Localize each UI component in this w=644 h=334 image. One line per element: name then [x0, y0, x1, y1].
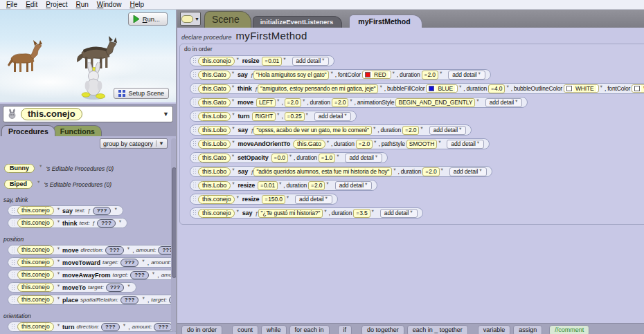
procedure-tile-moveawayfrom[interactable]: this.conejo▼moveAwayFromtarget:???▼, amo… [8, 270, 176, 280]
object-pill[interactable]: this.Lobo [198, 126, 231, 135]
object-argument[interactable]: this.Gato▼ [198, 84, 235, 93]
flow-tile-comment[interactable]: //comment [549, 325, 589, 334]
object-selector[interactable]: this.conejo ▼ [3, 106, 173, 122]
object-pill[interactable]: this.Gato [198, 98, 231, 107]
color-argument[interactable]: WHITE▼ [632, 84, 644, 93]
flow-tile-for-each-in[interactable]: for each in [289, 325, 330, 334]
param-placeholder[interactable]: ??? [105, 246, 124, 254]
statement-row[interactable]: this.Lobo▼turnRIGHT▼, ≡0.25▼add detail▼ [190, 111, 357, 122]
object-pill[interactable]: this.conejo [17, 270, 54, 279]
add-detail-button[interactable]: add detail▼ [380, 209, 418, 218]
number-argument[interactable]: ≡2.0▼ [332, 98, 353, 107]
flow-tile-do-in-order[interactable]: do in order [181, 325, 222, 334]
bunny-figure[interactable] [79, 62, 109, 101]
number-argument[interactable]: ≡2.0▼ [356, 140, 377, 149]
statement-row[interactable]: this.Gato▼moveLEFT▼, ≡2.0▼, duration≡2.0… [190, 97, 528, 108]
add-detail-button[interactable]: add detail▼ [485, 98, 523, 107]
object-pill[interactable]: this.conejo [17, 258, 54, 267]
object-pill[interactable]: this.conejo [198, 209, 235, 218]
object-argument[interactable]: this.conejo▼ [198, 195, 240, 204]
tab-scene[interactable]: Scene [204, 11, 251, 28]
flow-tile-each-in-together[interactable]: each in _ together [407, 325, 468, 334]
param-placeholder[interactable]: ??? [106, 284, 125, 292]
menu-item-run[interactable]: Run [71, 1, 92, 8]
object-argument[interactable]: this.Gato▼ [198, 154, 235, 163]
statement-row[interactable]: this.conejo▼resize≡150.0▼add detail▼ [190, 194, 338, 205]
scene-object-dropdown[interactable]: ▼ [180, 12, 201, 26]
statement-row[interactable]: this.Gato▼thinkƒ"amiguitos, estoy pensan… [190, 83, 644, 94]
object-argument[interactable]: this.Lobo▼ [198, 167, 235, 176]
number-argument[interactable]: ≡2.0▼ [402, 126, 424, 135]
statement-row[interactable]: this.Lobo▼moveAndOrientTothis.Gato▼, dur… [190, 138, 490, 149]
menu-item-help[interactable]: Help [125, 1, 148, 8]
object-pill[interactable]: this.conejo [17, 206, 54, 215]
object-argument[interactable]: this.Lobo▼ [198, 140, 235, 149]
object-pill[interactable]: this.Gato [293, 140, 325, 149]
object-pill[interactable]: this.Gato [198, 71, 231, 80]
object-argument[interactable]: this.Gato▼ [293, 140, 330, 149]
statement-row[interactable]: this.Gato▼sayƒ"Hola amiguitos soy el gat… [190, 69, 491, 80]
do-in-order-block[interactable]: do in order this.conejo▼resize≡0.01▼add … [179, 44, 644, 225]
procedure-tile-say[interactable]: this.conejo▼saytext:ƒ???▼ [8, 205, 123, 216]
param-placeholder[interactable]: ??? [120, 259, 139, 267]
object-argument[interactable]: this.conejo▼ [198, 57, 240, 66]
object-argument[interactable]: this.Lobo▼ [198, 181, 235, 190]
object-pill[interactable]: this.conejo [17, 283, 54, 292]
object-pill[interactable]: this.Gato [198, 154, 231, 163]
object-argument[interactable]: this.Gato▼ [198, 71, 235, 80]
menu-item-project[interactable]: Project [42, 1, 71, 8]
tab-procedures[interactable]: Procedures [1, 125, 55, 136]
statement-row[interactable]: this.Lobo▼sayƒ"opsss, acabo de ver un ga… [190, 124, 472, 136]
number-argument[interactable]: ≡2.0▼ [422, 71, 443, 80]
number-argument[interactable]: ≡0.01▼ [258, 181, 282, 190]
param-placeholder[interactable]: ??? [97, 219, 116, 228]
class-name-pill[interactable]: Bunny [4, 164, 35, 173]
add-detail-button[interactable]: add detail▼ [335, 181, 373, 190]
param-placeholder[interactable]: ??? [130, 271, 149, 279]
object-pill[interactable]: this.conejo [198, 195, 235, 204]
menu-item-file[interactable]: File [2, 1, 21, 8]
string-argument[interactable]: ƒ"amiguitos, estoy pensando en mi gatica… [255, 84, 383, 93]
flow-tile-while[interactable]: while [261, 325, 287, 334]
add-detail-button[interactable]: add detail▼ [429, 126, 467, 135]
object-pill[interactable]: this.Lobo [198, 140, 231, 149]
statement-row[interactable]: this.conejo▼sayƒ"¿Te gustó mi historia?"… [190, 207, 423, 219]
scene-viewport[interactable]: Run... Setup Scene [0, 10, 176, 102]
flow-tile-count[interactable]: count [232, 325, 258, 334]
group-by-dropdown[interactable]: group by category ▼ [100, 138, 168, 149]
procedure-tile-think[interactable]: this.conejo▼thinktext:ƒ???▼ [8, 218, 127, 228]
add-detail-button[interactable]: add detail▼ [295, 195, 332, 204]
add-detail-button[interactable]: add detail▼ [449, 167, 487, 176]
number-argument[interactable]: ≡3.5▼ [353, 209, 375, 218]
statement-row[interactable]: this.Lobo▼resize≡0.01▼, duration≡2.0▼add… [190, 180, 377, 191]
number-argument[interactable]: ≡0.0▼ [271, 154, 293, 163]
number-argument[interactable]: ≡4.0▼ [488, 84, 510, 93]
color-argument[interactable]: WHITE▼ [564, 84, 603, 93]
procedure-tile-moveto[interactable]: this.conejo▼moveTotarget:???▼ [8, 282, 136, 293]
object-pill[interactable]: this.Gato [198, 84, 231, 93]
object-pill[interactable]: this.Lobo [198, 181, 231, 190]
number-argument[interactable]: ≡1.0▼ [319, 154, 340, 163]
flow-tile-assign[interactable]: assign [513, 325, 542, 334]
object-pill[interactable]: this.conejo [198, 57, 235, 66]
run-button[interactable]: Run... [128, 12, 168, 26]
object-argument[interactable]: this.conejo▼ [198, 209, 240, 218]
procedure-tile-turn[interactable]: this.conejo▼turndirection:???▼, amount:?… [8, 322, 176, 332]
dog-figure[interactable] [3, 37, 47, 80]
tab-initialize-event-listeners[interactable]: initializeEventListeners [253, 16, 343, 28]
menu-item-window[interactable]: Window [93, 1, 126, 8]
add-detail-button[interactable]: add detail▼ [345, 154, 382, 163]
class-name-pill[interactable]: Biped [4, 180, 33, 189]
object-pill[interactable]: this.conejo [17, 295, 54, 304]
enum-argument[interactable]: RIGHT▼ [252, 112, 280, 121]
param-placeholder[interactable]: ??? [93, 207, 111, 215]
setup-scene-button[interactable]: Setup Scene [114, 88, 169, 99]
enum-argument[interactable]: BEGIN_AND_END_GENTLY▼ [395, 98, 479, 107]
object-argument[interactable]: this.Gato▼ [198, 98, 235, 107]
string-argument[interactable]: ƒ"adiós queridos alumnos, esta fue mi hi… [251, 167, 396, 176]
enum-argument[interactable]: LEFT▼ [256, 98, 280, 107]
object-pill[interactable]: this.Lobo [198, 167, 231, 176]
param-placeholder[interactable]: ??? [120, 296, 139, 304]
object-argument[interactable]: this.Lobo▼ [198, 112, 235, 121]
add-detail-button[interactable]: add detail▼ [447, 140, 484, 149]
